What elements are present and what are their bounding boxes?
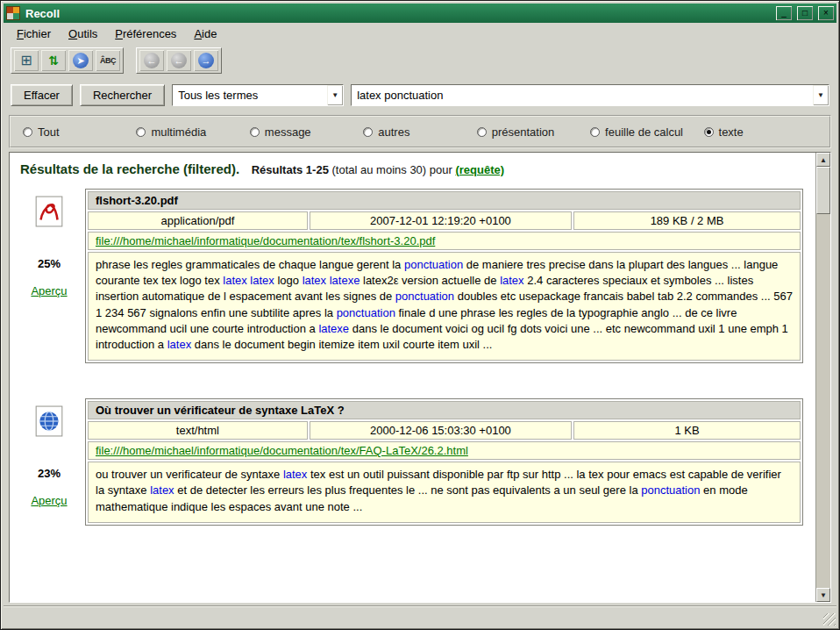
html-globe-icon — [35, 405, 63, 437]
results-list: 25% Aperçu flshort-3.20.pdf application/… — [20, 189, 805, 526]
result-mime-type: application/pdf — [88, 211, 308, 230]
result-table: flshort-3.20.pdf application/pdf 2007-12… — [85, 189, 803, 363]
query-combobox[interactable]: ▼ — [351, 84, 829, 106]
result-entry: 25% Aperçu flshort-3.20.pdf application/… — [22, 189, 803, 363]
filter-label: feuille de calcul — [605, 125, 683, 139]
result-left-column: 25% Aperçu — [22, 189, 76, 363]
filter-label: présentation — [492, 125, 555, 139]
filter-label: message — [265, 125, 311, 139]
close-button[interactable]: × — [818, 6, 834, 20]
document-type-icon — [35, 405, 63, 437]
radio-icon — [477, 127, 487, 137]
filter-radio[interactable]: multimédia — [136, 125, 249, 139]
toolbar-group-main: ⊞ ⇅ ➤ ÂBÇ — [11, 47, 124, 74]
maximize-button[interactable]: □ — [797, 6, 813, 20]
status-bar — [4, 605, 836, 626]
filter-label: multimédia — [151, 125, 206, 139]
results-frame: Résultats de la recherche (filtered). Ré… — [9, 152, 831, 603]
toolbar-group-navigation: ← ← → — [136, 47, 222, 74]
menu-item[interactable]: Outils — [61, 25, 105, 42]
filter-radio[interactable]: présentation — [477, 125, 590, 139]
result-left-column: 23% Aperçu — [22, 398, 76, 526]
result-size: 1 KB — [573, 421, 801, 440]
results-header: Résultats de la recherche (filtered). Ré… — [20, 161, 805, 176]
results-title: Résultats de la recherche (filtered). — [20, 161, 239, 176]
preview-link[interactable]: Aperçu — [31, 494, 67, 507]
result-url-cell: file:///home/michael/informatique/docume… — [88, 441, 801, 460]
recoll-window: Recoll _ □ × FichierOutilsPréférencesAid… — [0, 0, 840, 630]
window-title: Recoll — [25, 7, 771, 20]
document-type-icon — [35, 196, 63, 227]
category-filter-panel: Tout multimédia message autres présentat… — [9, 115, 831, 148]
scroll-up-icon[interactable]: ▲ — [816, 153, 830, 167]
titlebar[interactable]: Recoll _ □ × — [4, 4, 836, 23]
relevance-percent: 23% — [38, 467, 61, 480]
result-entry: 23% Aperçu Où trouver un vérificateur de… — [22, 398, 803, 526]
pdf-icon — [35, 196, 63, 227]
minimize-button[interactable]: _ — [776, 6, 792, 20]
radio-icon — [250, 127, 260, 137]
result-size: 189 KB / 2 MB — [573, 211, 801, 230]
external-search-button[interactable]: ➤ — [68, 50, 93, 71]
preview-link[interactable]: Aperçu — [31, 284, 67, 297]
resize-grip-icon[interactable] — [823, 613, 836, 626]
term-explorer-icon: ÂBÇ — [100, 56, 116, 65]
results-list-area: Résultats de la recherche (filtered). Ré… — [10, 153, 815, 602]
search-input[interactable] — [352, 85, 813, 105]
previous-page-icon: ← — [171, 53, 187, 68]
radio-icon — [590, 127, 600, 137]
filter-radio[interactable]: Tout — [23, 125, 136, 139]
radio-icon — [136, 127, 146, 137]
result-snippet: phrase les regles grammaticales de chaqu… — [88, 252, 801, 361]
result-url-link[interactable]: file:///home/michael/informatique/docume… — [96, 234, 435, 247]
menu-bar: FichierOutilsPréférencesAide — [4, 23, 836, 45]
clear-button[interactable]: Effacer — [11, 84, 73, 106]
filter-label: Tout — [38, 125, 60, 139]
chevron-down-icon[interactable]: ▼ — [813, 85, 829, 105]
radio-icon — [704, 127, 714, 137]
radio-icon — [23, 127, 32, 137]
previous-page-button[interactable]: ← — [167, 50, 191, 71]
search-mode-value[interactable]: Tous les termes — [173, 85, 327, 105]
web-globe-icon: ➤ — [73, 53, 89, 68]
menu-item[interactable]: Fichier — [9, 25, 59, 42]
filter-radio[interactable]: feuille de calcul — [590, 125, 703, 139]
search-bar: Effacer Rechercher Tous les termes ▼ ▼ — [4, 78, 836, 113]
scrollbar-thumb[interactable] — [816, 167, 830, 214]
doc-history-button[interactable]: ⊞ — [14, 50, 39, 71]
query-link[interactable]: (requête) — [455, 163, 504, 176]
index-update-icon: ⇅ — [48, 54, 59, 67]
result-mime-type: text/html — [88, 421, 308, 440]
results-count: Résultats 1-25 (total au moins 30) pour — [252, 163, 456, 176]
toolbar: ⊞ ⇅ ➤ ÂBÇ ← ← → — [4, 45, 836, 78]
scroll-down-icon[interactable]: ▼ — [816, 588, 830, 602]
filter-label: texte — [719, 125, 744, 139]
result-date: 2000-12-06 15:03:30 +0100 — [310, 421, 572, 440]
chevron-down-icon[interactable]: ▼ — [327, 85, 343, 105]
result-table: Où trouver un vérificateur de syntaxe La… — [85, 398, 803, 526]
search-mode-combobox[interactable]: Tous les termes ▼ — [172, 84, 344, 106]
radio-icon — [363, 127, 373, 137]
first-page-icon: ← — [144, 53, 160, 68]
scrollbar-track[interactable] — [816, 214, 830, 588]
relevance-percent: 25% — [38, 257, 61, 270]
recoll-logo-icon — [6, 6, 20, 20]
result-url-link[interactable]: file:///home/michael/informatique/docume… — [96, 444, 468, 457]
next-page-button[interactable]: → — [194, 50, 218, 71]
result-title: Où trouver un vérificateur de syntaxe La… — [88, 401, 801, 419]
filter-radio[interactable]: message — [250, 125, 363, 139]
vertical-scrollbar[interactable]: ▲ ▼ — [815, 153, 830, 602]
search-button[interactable]: Rechercher — [80, 84, 165, 106]
term-explorer-button[interactable]: ÂBÇ — [96, 50, 120, 71]
result-snippet: ou trouver un verificateur de syntaxe la… — [88, 462, 801, 523]
menu-item[interactable]: Aide — [186, 25, 224, 42]
index-update-button[interactable]: ⇅ — [41, 50, 66, 71]
first-page-button[interactable]: ← — [139, 50, 164, 71]
filter-label: autres — [378, 125, 409, 139]
result-url-cell: file:///home/michael/informatique/docume… — [88, 232, 801, 250]
filter-radio[interactable]: texte — [704, 125, 817, 139]
filter-radio[interactable]: autres — [363, 125, 476, 139]
result-title: flshort-3.20.pdf — [88, 191, 801, 210]
menu-item[interactable]: Préférences — [107, 25, 184, 42]
next-page-icon: → — [198, 53, 214, 68]
